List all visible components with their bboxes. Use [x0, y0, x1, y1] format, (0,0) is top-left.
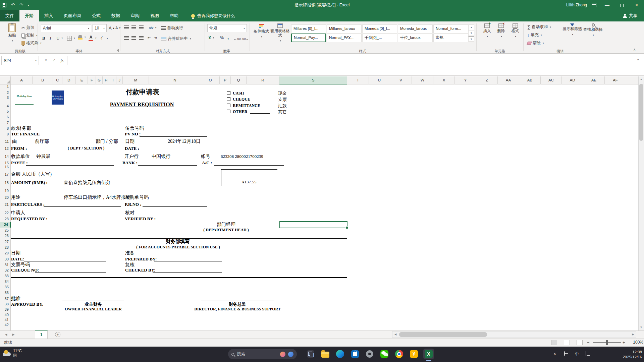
row-header-36[interactable]: 36 — [0, 290, 11, 296]
tell-me-box[interactable]: 告诉我你想要做什么 — [191, 10, 235, 21]
row-header-18[interactable]: 18 — [0, 180, 11, 186]
cash-checkbox[interactable] — [227, 91, 230, 95]
column-header-R[interactable]: R — [247, 76, 279, 84]
row-header-27[interactable]: 27 — [0, 239, 11, 245]
ribbon-tab-数据[interactable]: 数据 — [106, 10, 125, 21]
ribbon-tab-页面布局[interactable]: 页面布局 — [58, 10, 87, 21]
copy-button[interactable]: 复制 — [21, 33, 38, 38]
column-header-AD[interactable]: AD — [562, 76, 583, 84]
column-header-Y[interactable]: Y — [455, 76, 476, 84]
style-chip[interactable]: Normal_PAY... — [327, 34, 362, 42]
start-button[interactable] — [218, 351, 223, 357]
column-header-T[interactable]: T — [347, 76, 369, 84]
style-chip[interactable]: Millares [0]_l... — [291, 24, 326, 33]
edge-button[interactable] — [335, 349, 345, 359]
autosum-button[interactable]: 自动求和 — [527, 24, 551, 30]
zoom-slider-thumb[interactable] — [606, 340, 608, 345]
row-header-35[interactable]: 35 — [0, 284, 11, 290]
align-top-button[interactable] — [124, 25, 129, 29]
row-header-8[interactable]: 8 — [0, 126, 11, 131]
borders-button[interactable] — [67, 36, 75, 41]
row-header-38[interactable]: 38 — [0, 301, 11, 307]
row-header-26[interactable]: 26 — [0, 233, 11, 239]
column-header-Z[interactable]: Z — [476, 76, 498, 84]
gallery-more-icon[interactable]: ▾ — [468, 36, 474, 42]
accounting-format-button[interactable] — [209, 36, 214, 40]
column-header-U[interactable]: U — [369, 76, 390, 84]
column-header-V[interactable]: V — [390, 76, 412, 84]
horizontal-scroll-thumb[interactable] — [399, 332, 487, 337]
column-header-O[interactable]: O — [201, 76, 220, 84]
number-format-combo[interactable]: 常规 — [207, 24, 247, 32]
paste-button[interactable]: 粘贴 — [4, 23, 20, 43]
column-header-H[interactable]: H — [103, 76, 110, 84]
row-header-1[interactable]: 1 — [0, 83, 11, 89]
column-header-AF[interactable]: AF — [605, 76, 626, 84]
align-center-button[interactable] — [131, 36, 136, 40]
wechat-button[interactable] — [379, 349, 390, 359]
fill-button[interactable]: 填充 — [527, 32, 542, 38]
weather-widget[interactable]: 11°C 阴 — [3, 349, 22, 358]
row-header-6[interactable]: 6 — [0, 114, 11, 120]
ribbon-tab-视图[interactable]: 视图 — [145, 10, 164, 21]
row-header-11[interactable]: 11 — [0, 139, 11, 144]
column-header-AE[interactable]: AE — [583, 76, 605, 84]
name-box[interactable]: S24 — [1, 56, 39, 65]
row-header-31[interactable]: 31 — [0, 262, 11, 268]
clear-button[interactable]: 清除 — [527, 40, 544, 46]
italic-button[interactable] — [50, 36, 51, 41]
phonetic-guide-button[interactable] — [101, 36, 108, 41]
style-chip[interactable]: Millares_laroux — [327, 24, 362, 33]
row-header-37[interactable]: 37 — [0, 296, 11, 302]
style-chip[interactable]: Normal_Pay... — [291, 34, 326, 42]
settings-button[interactable] — [364, 349, 375, 359]
find-select-button[interactable]: 查找和选择 — [583, 23, 603, 37]
row-header-20[interactable]: 20 — [0, 195, 11, 200]
formula-input[interactable] — [67, 56, 635, 65]
column-header-P[interactable]: P — [220, 76, 231, 84]
row-header-3[interactable]: 3 — [0, 95, 11, 101]
decrease-decimal-button[interactable] — [241, 36, 249, 41]
close-button[interactable]: × — [629, 0, 644, 10]
taskbar-clock[interactable]: 12:38 2025/12/16 — [612, 350, 642, 360]
share-button[interactable]: 共享 — [623, 10, 644, 21]
wrap-text-button[interactable]: 自动换行 — [161, 25, 183, 31]
row-header-42[interactable]: 42 — [0, 322, 11, 328]
style-chip[interactable]: 千位[0]_... — [362, 34, 397, 42]
remittance-checkbox[interactable] — [227, 104, 230, 107]
row-header-28[interactable]: 28 — [0, 245, 11, 250]
cheque-checkbox[interactable] — [227, 97, 230, 101]
row-header-33[interactable]: 33 — [0, 273, 11, 279]
active-cell-s24[interactable] — [279, 221, 347, 228]
format-painter-button[interactable]: 格式刷 — [21, 40, 42, 46]
ribbon-tab-审阅[interactable]: 审阅 — [125, 10, 145, 21]
column-header-E[interactable]: E — [76, 76, 88, 84]
page-layout-view-button[interactable] — [564, 340, 570, 345]
bold-button[interactable] — [42, 36, 45, 41]
ribbon-display-options-icon[interactable] — [592, 3, 596, 7]
column-header-J[interactable]: J — [116, 76, 123, 84]
file-tab[interactable]: 文件 — [0, 10, 19, 21]
ribbon-tab-公式[interactable]: 公式 — [87, 10, 106, 21]
scroll-right-icon[interactable]: ▶ — [630, 331, 636, 338]
row-header-19[interactable]: 19 — [0, 188, 11, 194]
font-name-combo[interactable]: Arial — [41, 24, 91, 32]
scroll-down-icon[interactable]: ▼ — [638, 324, 644, 330]
number-dialog-launcher[interactable] — [245, 49, 248, 52]
row-header-9[interactable]: 9 — [0, 131, 11, 137]
merge-center-button[interactable]: 合并后居中 — [161, 36, 191, 42]
row-header-22[interactable]: 22 — [0, 210, 11, 216]
sort-filter-button[interactable]: 排序和筛选 — [562, 23, 582, 37]
delete-cells-button[interactable]: 删除 — [494, 23, 508, 39]
conditional-formatting-button[interactable]: 条件格式 — [252, 23, 270, 39]
orientation-button[interactable] — [149, 25, 156, 30]
style-chip[interactable]: 常规 — [433, 34, 468, 42]
touch-keyboard-button[interactable] — [586, 351, 586, 356]
fill-color-button[interactable] — [78, 35, 86, 40]
align-right-button[interactable] — [139, 36, 144, 40]
page-break-view-button[interactable] — [577, 340, 583, 345]
user-name[interactable]: Lilith Zhong — [566, 3, 587, 7]
increase-indent-button[interactable]: ⇥ — [154, 36, 157, 40]
sheet-nav-left-icon[interactable]: ◀ — [3, 330, 9, 339]
percent-style-button[interactable] — [220, 36, 224, 40]
